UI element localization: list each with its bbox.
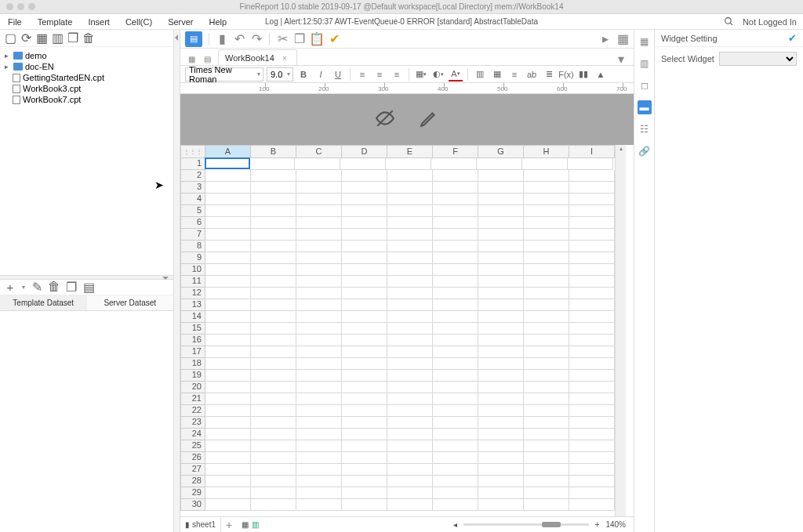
row-header[interactable]: 28 — [180, 476, 205, 487]
column-header[interactable]: E — [387, 145, 433, 158]
row-header[interactable]: 14 — [180, 311, 205, 323]
cell[interactable] — [569, 288, 615, 299]
zoom-slider[interactable] — [463, 523, 589, 526]
cell[interactable] — [251, 335, 296, 346]
cell[interactable] — [296, 335, 342, 346]
cell[interactable] — [433, 346, 478, 358]
cell[interactable] — [478, 417, 524, 429]
borders-icon[interactable]: ▦▾ — [414, 67, 428, 81]
vertical-scrollbar[interactable] — [615, 145, 626, 516]
cell[interactable] — [478, 393, 524, 405]
cell[interactable] — [251, 182, 296, 194]
cell[interactable] — [524, 205, 569, 217]
cell[interactable] — [478, 335, 524, 346]
cell[interactable] — [342, 182, 387, 194]
cell[interactable] — [433, 264, 478, 276]
cell[interactable] — [205, 252, 251, 264]
underline-button[interactable]: U — [331, 67, 345, 81]
tree-file[interactable]: GettingStartedEN.cpt — [0, 72, 173, 83]
cell[interactable] — [251, 252, 296, 264]
cell[interactable] — [296, 323, 342, 335]
search-icon[interactable] — [724, 16, 735, 27]
cell[interactable] — [387, 335, 433, 346]
tree-file[interactable]: WorkBook7.cpt — [0, 94, 173, 105]
cell[interactable] — [251, 288, 296, 299]
tree-file[interactable]: WorkBook3.cpt — [0, 83, 173, 94]
cell[interactable] — [433, 241, 478, 252]
cell[interactable] — [205, 429, 251, 440]
cell[interactable] — [478, 499, 524, 511]
cell[interactable] — [205, 241, 251, 252]
menu-template[interactable]: Template — [30, 17, 81, 27]
font-family-select[interactable]: Times New Roman — [185, 67, 263, 81]
cell[interactable] — [569, 264, 615, 276]
cell[interactable] — [569, 417, 615, 429]
cell[interactable] — [524, 276, 569, 288]
cell[interactable] — [251, 299, 296, 311]
cell[interactable] — [478, 323, 524, 335]
cell[interactable] — [296, 205, 342, 217]
cell[interactable] — [205, 440, 251, 452]
cell[interactable] — [478, 405, 524, 417]
cell[interactable] — [342, 311, 387, 323]
cell[interactable] — [478, 487, 524, 499]
cell[interactable] — [296, 288, 342, 299]
undo-icon[interactable]: ↶ — [233, 33, 245, 45]
cell[interactable] — [569, 452, 615, 464]
column-header[interactable]: A — [205, 145, 251, 158]
cell[interactable] — [342, 429, 387, 440]
cell[interactable] — [251, 170, 296, 182]
wrap-icon[interactable]: ≣ — [542, 67, 556, 81]
refresh-icon[interactable]: ⟳ — [20, 33, 31, 44]
cell[interactable] — [524, 264, 569, 276]
layout-icon[interactable]: ▦ — [616, 33, 629, 45]
fill-color-icon[interactable]: ◐▾ — [431, 67, 445, 81]
cell[interactable] — [387, 382, 433, 393]
cell[interactable] — [342, 358, 387, 370]
cell[interactable] — [433, 229, 478, 241]
cell[interactable] — [433, 182, 478, 194]
cell[interactable] — [387, 405, 433, 417]
cell[interactable] — [477, 158, 522, 170]
app-mode-icon[interactable]: ▤ — [185, 31, 202, 47]
cell[interactable] — [296, 370, 342, 382]
cell[interactable] — [205, 370, 251, 382]
cell[interactable] — [569, 241, 615, 252]
cell-attr-icon[interactable]: ▥ — [638, 56, 652, 71]
cell[interactable] — [524, 476, 569, 487]
cell[interactable] — [478, 452, 524, 464]
cell[interactable] — [205, 157, 250, 169]
row-header[interactable]: 20 — [180, 382, 205, 393]
cell[interactable] — [524, 405, 569, 417]
cell[interactable] — [342, 335, 387, 346]
cell[interactable] — [524, 299, 569, 311]
cell[interactable] — [340, 158, 386, 170]
cell[interactable] — [205, 487, 251, 499]
valign-top-icon[interactable]: ≡ — [507, 67, 521, 81]
zoom-out-icon[interactable]: ◂ — [453, 520, 457, 529]
font-color-icon[interactable]: A▾ — [449, 67, 463, 81]
cell[interactable] — [524, 217, 569, 229]
cell[interactable] — [387, 370, 433, 382]
align-left-icon[interactable]: ≡ — [355, 67, 369, 81]
cell[interactable] — [296, 346, 342, 358]
file-tree[interactable]: ▸demo ▸doc-EN GettingStartedEN.cpt WorkB… — [0, 47, 173, 275]
cell[interactable] — [569, 170, 615, 182]
cell[interactable] — [478, 476, 524, 487]
column-header[interactable]: C — [296, 145, 342, 158]
cell[interactable] — [569, 346, 615, 358]
column-header[interactable]: G — [478, 145, 524, 158]
cell[interactable] — [251, 476, 296, 487]
cell[interactable] — [342, 476, 387, 487]
cell[interactable] — [569, 323, 615, 335]
cell[interactable] — [296, 452, 342, 464]
copy-icon[interactable]: ❐ — [67, 33, 78, 44]
condition-attr-icon[interactable]: ☷ — [638, 122, 652, 136]
row-header[interactable]: 8 — [180, 241, 205, 252]
cell[interactable] — [205, 382, 251, 393]
cell[interactable] — [433, 311, 478, 323]
cell[interactable] — [478, 194, 524, 205]
cell[interactable] — [433, 252, 478, 264]
row-header[interactable]: 17 — [180, 346, 205, 358]
cell[interactable] — [205, 288, 251, 299]
